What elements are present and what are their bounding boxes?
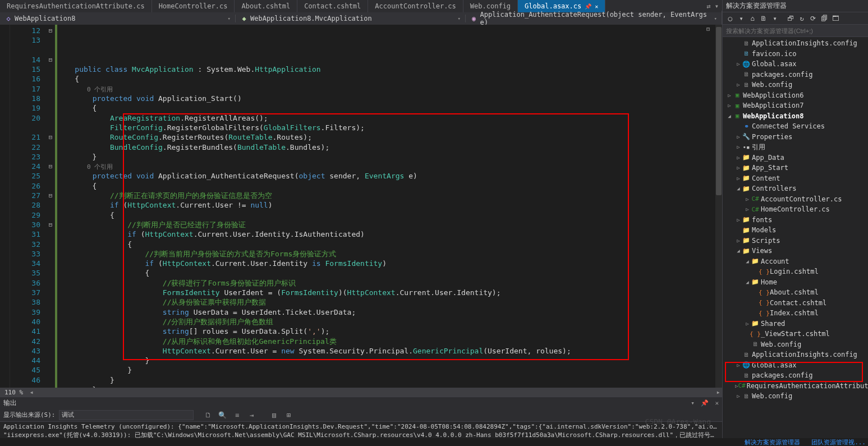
- tree-node[interactable]: ▷🔧Properties: [723, 132, 868, 142]
- code-line[interactable]: public class MvcApplication : System.Web…: [55, 65, 722, 74]
- fold-toggle[interactable]: [46, 278, 55, 288]
- code-line[interactable]: 0 个引用: [55, 84, 722, 94]
- expand-icon[interactable]: ▷: [735, 61, 742, 67]
- se-prop2-icon[interactable]: 🗔: [830, 13, 841, 24]
- expand-icon[interactable]: ◢: [744, 279, 751, 285]
- tree-node[interactable]: 📁Models: [723, 225, 868, 236]
- vertical-scrollbar[interactable]: [715, 25, 722, 388]
- code-line[interactable]: {: [55, 240, 722, 249]
- tree-node[interactable]: ▷📁Shared: [723, 319, 868, 329]
- tree-node[interactable]: ⚭Connected Services: [723, 121, 868, 132]
- code-line[interactable]: }: [55, 365, 722, 375]
- fold-toggle[interactable]: [46, 200, 55, 210]
- tree-node[interactable]: ◢📁Views: [723, 246, 868, 256]
- code-line[interactable]: if (HttpContext.Current.User.Identity is…: [55, 259, 722, 268]
- scroll-left-icon[interactable]: ◂: [27, 388, 35, 396]
- fold-toggle[interactable]: [46, 268, 55, 278]
- se-collapse-icon[interactable]: ↻: [797, 13, 807, 24]
- breadcrumb-project[interactable]: ◇ WebApplication8 ▾: [0, 15, 236, 22]
- hscroll-track[interactable]: [43, 388, 706, 396]
- fold-toggle[interactable]: [46, 229, 55, 239]
- code-area[interactable]: public class MvcApplication : System.Web…: [55, 25, 722, 388]
- fold-toggle[interactable]: [46, 259, 55, 268]
- fold-toggle[interactable]: ⊟: [46, 191, 55, 200]
- zoom-level[interactable]: 110 %: [0, 389, 27, 396]
- code-line[interactable]: //分割用户数据得到用户角色数组: [55, 317, 722, 327]
- expand-icon[interactable]: ◢: [744, 259, 751, 264]
- code-line[interactable]: string[] rolues = UserData.Split(',');: [55, 327, 722, 336]
- output-source-combo[interactable]: 调试: [59, 410, 194, 420]
- fold-toggle[interactable]: [46, 249, 55, 259]
- tree-node[interactable]: ▷▣WebApplication6: [723, 90, 868, 101]
- tree-node[interactable]: ▷📁fonts: [723, 215, 868, 226]
- tree-node[interactable]: ▷📁App_Data: [723, 153, 868, 163]
- code-line[interactable]: RouteConfig.RegisterRoutes(RouteTable.Ro…: [55, 132, 722, 142]
- split-icon[interactable]: ⊟: [706, 26, 714, 34]
- tree-node[interactable]: { }About.cshtml: [723, 287, 868, 298]
- fold-toggle[interactable]: [46, 152, 55, 162]
- tree-node[interactable]: ▷C#AccountController.cs: [723, 194, 868, 205]
- fold-toggle[interactable]: [46, 171, 55, 181]
- code-line[interactable]: FilterConfig.RegisterGlobalFilters(Globa…: [55, 123, 722, 132]
- code-line[interactable]: //判断当前用户身份验证的方式是否为Forms身份验证方式: [55, 249, 722, 259]
- solution-tree[interactable]: 🗎ApplicationInsights.config🗎favicon.ico▷…: [723, 37, 868, 438]
- code-line[interactable]: //判断正在请求页的用户的身份验证信息是否为空: [55, 191, 722, 200]
- fold-toggle[interactable]: [46, 35, 55, 45]
- expand-icon[interactable]: ▷: [726, 93, 733, 98]
- fold-toggle[interactable]: ⊟: [46, 220, 55, 229]
- expand-icon[interactable]: ▷: [735, 393, 742, 399]
- code-line[interactable]: //从用户标识和角色组初始化GenericPrincipal类: [55, 337, 722, 346]
- fold-toggle[interactable]: [46, 142, 55, 152]
- code-line[interactable]: }: [55, 356, 722, 365]
- breadcrumb-method[interactable]: ◉ Application_AuthenticateRequest(object…: [466, 11, 722, 26]
- code-line[interactable]: protected void Application_AuthenticateR…: [55, 171, 722, 181]
- tree-node[interactable]: ▷🗎Web.config: [723, 391, 868, 402]
- tree-node[interactable]: ▷C#HomeController.cs: [723, 204, 868, 215]
- expand-icon[interactable]: ▷: [735, 82, 742, 88]
- tab-homecontroller-cs[interactable]: HomeController.cs: [152, 0, 235, 12]
- code-line[interactable]: protected void Application_Start(): [55, 94, 722, 103]
- se-back-icon[interactable]: ◯: [725, 13, 735, 24]
- tree-node[interactable]: { }Login.cshtml: [723, 266, 868, 277]
- se-prop-icon[interactable]: 🗐: [819, 13, 829, 24]
- expand-icon[interactable]: ▷: [744, 206, 751, 212]
- fold-toggle[interactable]: [46, 113, 55, 123]
- fold-toggle[interactable]: ⊟: [46, 132, 55, 142]
- code-line[interactable]: {: [55, 103, 722, 113]
- output-list-icon[interactable]: ▤: [269, 410, 280, 420]
- breadcrumb-class[interactable]: ◆ WebApplication8.MvcApplication ▾: [236, 15, 466, 22]
- tree-node[interactable]: 🗎packages.config: [723, 70, 868, 80]
- code-line[interactable]: HttpContext.Current.User = new System.Se…: [55, 346, 722, 356]
- code-line[interactable]: BundleConfig.RegisterBundles(BundleTable…: [55, 142, 722, 152]
- scrollbar-thumb[interactable]: [716, 27, 722, 195]
- code-line[interactable]: {: [55, 74, 722, 84]
- code-line[interactable]: //从身份验证票中获得用户数据: [55, 297, 722, 307]
- pin-icon[interactable]: 📌: [585, 3, 591, 10]
- code-line[interactable]: {: [55, 268, 722, 278]
- tree-node[interactable]: ▷🌐Global.asax: [723, 59, 868, 70]
- tree-node[interactable]: ▷•▪引用: [723, 142, 868, 153]
- fold-toggle[interactable]: [46, 240, 55, 249]
- se-sync-icon[interactable]: 🗎: [759, 13, 769, 24]
- tree-node[interactable]: 🗎packages.config: [723, 370, 868, 381]
- code-line[interactable]: if (HttpContext.Current.User.Identity.Is…: [55, 229, 722, 239]
- se-home-icon[interactable]: ⌂: [747, 13, 757, 24]
- fold-toggle[interactable]: [46, 327, 55, 336]
- tree-node[interactable]: 🗎ApplicationInsights.config: [723, 38, 868, 49]
- horizontal-scrollbar[interactable]: 110 % ◂ ▸: [0, 388, 722, 397]
- expand-icon[interactable]: ◢: [726, 113, 733, 119]
- expand-icon[interactable]: ◢: [735, 186, 742, 191]
- expand-icon[interactable]: ▷: [744, 321, 751, 327]
- close-icon[interactable]: ✕: [595, 3, 598, 10]
- fold-toggle[interactable]: [46, 74, 55, 84]
- tree-node[interactable]: { }Contact.cshtml: [723, 298, 868, 309]
- fold-toggle[interactable]: [46, 181, 55, 191]
- code-line[interactable]: }: [55, 375, 722, 385]
- code-line[interactable]: }: [55, 152, 722, 162]
- fold-toggle[interactable]: [46, 288, 55, 297]
- expand-icon[interactable]: ▷: [726, 103, 733, 108]
- se-showall-icon[interactable]: 🗗: [786, 13, 796, 24]
- fold-toggle[interactable]: [46, 103, 55, 113]
- code-line[interactable]: {: [55, 181, 722, 191]
- fold-toggle[interactable]: [46, 84, 55, 94]
